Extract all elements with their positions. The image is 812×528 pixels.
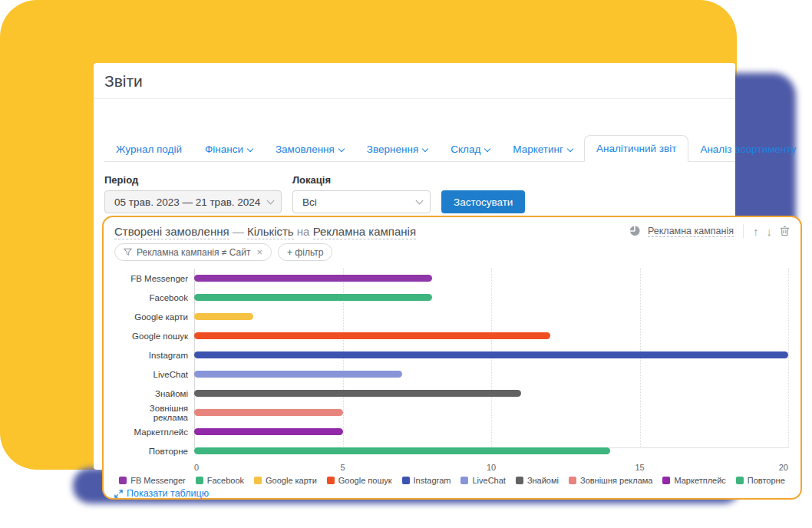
- legend-item[interactable]: Google карти: [254, 476, 317, 485]
- bar-Зовнішня реклама[interactable]: [194, 409, 343, 416]
- legend-item[interactable]: Зовнішня реклама: [569, 476, 652, 485]
- location-select[interactable]: Всі: [292, 190, 431, 213]
- chart-row: LiveChat: [114, 365, 790, 384]
- category-label: Facebook: [114, 293, 194, 302]
- legend-label: Знайомі: [527, 476, 559, 485]
- legend-item[interactable]: FB Messenger: [119, 476, 186, 485]
- legend-item[interactable]: Маркетплейс: [662, 476, 725, 485]
- tools-divider: [743, 224, 744, 238]
- x-tick-label: 10: [487, 463, 496, 472]
- tab-6[interactable]: Маркетинг: [501, 137, 584, 162]
- legend-label: Google карти: [266, 476, 317, 485]
- show-table-link[interactable]: Показати таблицю: [114, 488, 209, 499]
- chart-row: Google карти: [114, 307, 790, 326]
- legend-item[interactable]: Знайомі: [516, 476, 559, 485]
- legend-label: LiveChat: [472, 476, 505, 485]
- legend-swatch: [402, 477, 410, 484]
- legend-label: Instagram: [414, 476, 451, 485]
- category-label: Маркетплейс: [114, 427, 194, 437]
- chevron-down-icon: [338, 146, 345, 152]
- chevron-down-icon: [422, 146, 428, 152]
- bar-track: [194, 307, 788, 326]
- tab-label: Аналітичний звіт: [596, 143, 676, 154]
- move-down-button[interactable]: ↓: [767, 226, 773, 237]
- legend-item[interactable]: Instagram: [402, 476, 451, 485]
- bar-FB Messenger[interactable]: [194, 275, 432, 282]
- chart-title-field[interactable]: Створені замовлення: [114, 225, 229, 239]
- bar-chart: FB MessengerFacebookGoogle картиGoogle п…: [114, 269, 790, 474]
- header-divider: [94, 98, 735, 99]
- location-label: Локація: [292, 174, 431, 186]
- category-label: LiveChat: [114, 370, 194, 379]
- chart-title-text: на: [294, 225, 313, 238]
- category-label: Google пошук: [114, 332, 194, 341]
- x-tick-label: 20: [779, 463, 788, 472]
- grouping-field[interactable]: Рекламна кампанія: [648, 226, 734, 237]
- add-filter-chip[interactable]: + фільтр: [278, 243, 332, 261]
- tab-label: Замовлення: [276, 144, 335, 155]
- legend-swatch: [460, 477, 468, 484]
- tab-1[interactable]: Журнал подій: [104, 137, 193, 162]
- x-tick-label: 5: [340, 463, 345, 472]
- legend-swatch: [254, 477, 262, 484]
- funnel-icon: [124, 248, 132, 256]
- x-tick-label: 0: [194, 463, 199, 472]
- legend-item[interactable]: Google пошук: [327, 476, 392, 485]
- reports-header: Звіти: [94, 63, 735, 98]
- chevron-down-icon: [267, 197, 275, 205]
- bar-Знайомі[interactable]: [194, 390, 521, 397]
- legend-swatch: [736, 477, 744, 484]
- tab-5[interactable]: Склад: [439, 137, 501, 162]
- trash-icon[interactable]: [780, 226, 790, 236]
- tab-label: Маркетинг: [513, 144, 563, 155]
- chevron-down-icon: [567, 146, 573, 152]
- filter-row: Період 05 трав. 2023 — 21 трав. 2024 Лок…: [104, 174, 735, 213]
- apply-button[interactable]: Застосувати: [441, 190, 525, 213]
- bar-Facebook[interactable]: [194, 294, 432, 301]
- chart-legend: FB MessengerFacebookGoogle картиGoogle п…: [114, 476, 790, 485]
- chevron-down-icon: [484, 146, 490, 152]
- legend-label: Facebook: [207, 476, 244, 485]
- tab-label: Аналіз асортименту: [700, 144, 796, 155]
- period-select[interactable]: 05 трав. 2023 — 21 трав. 2024: [104, 190, 282, 213]
- bar-Повторне[interactable]: [194, 447, 610, 454]
- report-tabs: Журнал подійФінансиЗамовленняЗверненняСк…: [104, 134, 735, 162]
- x-tick-label: 15: [635, 463, 644, 472]
- tab-2[interactable]: Фінанси: [193, 137, 264, 162]
- tab-4[interactable]: Звернення: [355, 137, 439, 162]
- chart-title-field[interactable]: Рекламна кампанія: [313, 225, 416, 239]
- bar-track: [194, 422, 788, 441]
- chip-label: Рекламна кампанія ≠ Сайт: [137, 247, 250, 258]
- legend-item[interactable]: LiveChat: [460, 476, 505, 485]
- bar-track: [194, 365, 788, 384]
- tab-7[interactable]: Аналітичний звіт: [584, 135, 688, 162]
- tab-3[interactable]: Замовлення: [264, 137, 355, 162]
- location-value: Всі: [302, 196, 317, 208]
- bar-Google карти[interactable]: [194, 313, 253, 320]
- category-label: Instagram: [114, 351, 194, 360]
- page-title: Звіти: [104, 72, 717, 91]
- bar-Instagram[interactable]: [194, 351, 788, 358]
- bar-Маркетплейс[interactable]: [194, 428, 343, 435]
- legend-swatch: [569, 477, 576, 484]
- category-label: Повторне: [114, 447, 194, 456]
- chart-title-text: —: [229, 225, 247, 238]
- filter-chip[interactable]: Рекламна кампанія ≠ Сайт×: [114, 243, 272, 261]
- period-value: 05 трав. 2023 — 21 трав. 2024: [114, 196, 260, 208]
- legend-item[interactable]: Facebook: [196, 476, 244, 485]
- legend-label: Google пошук: [338, 476, 392, 485]
- legend-label: Зовнішня реклама: [580, 476, 652, 485]
- tab-8[interactable]: Аналіз асортименту: [688, 137, 807, 162]
- move-up-button[interactable]: ↑: [753, 226, 759, 237]
- bar-track: [194, 269, 788, 288]
- bar-track: [194, 345, 788, 365]
- bar-LiveChat[interactable]: [194, 371, 402, 378]
- close-icon[interactable]: ×: [256, 246, 262, 258]
- chart-row: Instagram: [114, 345, 790, 365]
- bar-Google пошук[interactable]: [194, 332, 550, 339]
- legend-swatch: [119, 477, 127, 484]
- chart-title-field[interactable]: Кількість: [247, 225, 294, 239]
- chart-rows: FB MessengerFacebookGoogle картиGoogle п…: [114, 269, 790, 460]
- period-label: Період: [104, 174, 282, 186]
- legend-item[interactable]: Повторне: [736, 476, 785, 485]
